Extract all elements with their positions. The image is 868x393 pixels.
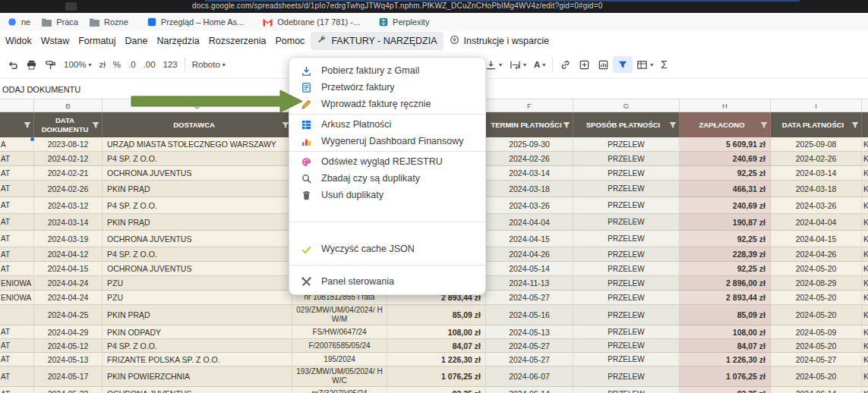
cell-dostawca[interactable]: FRIZANTE POLSKA SP. Z O.O. xyxy=(103,353,292,366)
menu-option-edit[interactable]: Wprowadź fakturę ręcznie xyxy=(289,96,485,112)
cell-termin[interactable]: 2024-05-27 xyxy=(486,339,573,353)
cell-zaplacono[interactable]: 2 896,00 zł xyxy=(680,276,771,291)
cell-j[interactable]: K xyxy=(862,197,868,214)
cell-termin[interactable]: 2024-05-13 xyxy=(486,325,573,339)
cell-date[interactable]: 2024-03-14 xyxy=(34,214,103,231)
cell-sposob[interactable]: PRZELEW xyxy=(573,305,680,325)
cell-termin[interactable]: 2024-03-18 xyxy=(486,181,573,197)
header-termin-platnosci[interactable]: TERMIN PŁATNOŚCI xyxy=(486,112,573,137)
currency-format-button[interactable]: zł xyxy=(95,60,109,69)
header-dostawca[interactable]: DOSTAWCA xyxy=(103,112,292,137)
cell-date[interactable]: 2024-03-19 xyxy=(34,231,103,247)
bookmark-item[interactable]: Praca xyxy=(36,16,84,29)
cell-dostawca[interactable]: PKIN PRĄD xyxy=(103,181,292,197)
header-data-dokumentu[interactable]: DATA DOKUMENTU xyxy=(34,112,103,137)
cell-zaplacono[interactable]: 85,09 zł xyxy=(680,305,771,325)
cell-a[interactable]: AT xyxy=(0,262,34,276)
menu-option-clean[interactable]: Wyczyść cache JSON xyxy=(289,241,485,257)
cell-zaplacono[interactable]: 2 893,44 zł xyxy=(680,291,771,305)
number-format-button[interactable]: 123 xyxy=(159,60,181,69)
cell-date[interactable]: 2024-03-12 xyxy=(34,197,103,214)
cell-date[interactable]: 2024-05-13 xyxy=(34,353,103,366)
header-sposob-platnosci[interactable]: SPOSÓB PŁATNOŚCI xyxy=(573,112,680,137)
cell-date[interactable]: 2024-04-29 xyxy=(34,325,103,339)
cell-date[interactable]: 2024-02-21 xyxy=(34,166,103,181)
cell-zaplacono[interactable]: 108,00 zł xyxy=(680,325,771,339)
cell-zaplacono[interactable]: 240,69 zł xyxy=(680,152,771,166)
column-letter[interactable] xyxy=(862,99,868,112)
cell-j[interactable]: K xyxy=(862,366,868,387)
insert-chart-icon[interactable] xyxy=(594,59,613,71)
cell-a[interactable]: AT xyxy=(0,181,34,197)
cell-termin[interactable]: 2024-05-14 xyxy=(486,262,573,276)
cell-j[interactable]: K xyxy=(862,325,868,339)
cell-j[interactable]: K xyxy=(862,339,868,353)
cell-termin[interactable]: 2024-06-07 xyxy=(486,366,573,387)
column-letter[interactable]: I xyxy=(771,99,862,112)
cell-dostawca[interactable]: URZĄD MIASTA STOŁECZNEGO WARSZAWY xyxy=(103,137,292,152)
cell-dostawca[interactable]: OCHRONA JUVENTUS xyxy=(103,387,292,393)
column-letter[interactable]: B xyxy=(34,99,103,112)
cell-dostawca[interactable]: OCHRONA JUVENTUS xyxy=(103,166,292,181)
cell-dostawca[interactable]: PKIN PRĄD xyxy=(103,305,292,325)
percent-format-button[interactable]: % xyxy=(109,60,125,69)
cell-j[interactable]: K xyxy=(862,166,868,181)
cell-a[interactable]: AT xyxy=(0,231,34,247)
filter-toggle-active[interactable] xyxy=(613,56,633,73)
increase-decimal-button[interactable]: .00 xyxy=(140,60,159,69)
cell-a[interactable]: AT xyxy=(0,366,34,387)
bookmark-item[interactable]: Rozne xyxy=(84,16,134,29)
cell-a[interactable]: AT xyxy=(0,214,34,231)
menu-faktury-narzedzia[interactable]: FAKTURY - NARZĘDZIA xyxy=(311,32,443,50)
text-wrap-button[interactable]: ▾ xyxy=(506,59,530,71)
cell-zaplacono[interactable]: 228,39 zł xyxy=(680,247,771,262)
cell-zaplacono[interactable]: 240,69 zł xyxy=(680,197,771,214)
cell-data_platnosci[interactable]: 2024-06-14 xyxy=(771,387,862,393)
menu-pomoc[interactable]: Pomoc xyxy=(270,33,309,49)
cell-nr[interactable]: FS/HW/0647/24 xyxy=(292,325,387,339)
cell-dostawca[interactable]: OCHRONA JUVENTUS xyxy=(103,262,292,276)
cell-termin[interactable]: 2024-04-15 xyxy=(486,231,573,247)
cell-dostawca[interactable]: P4 SP. Z O.O. xyxy=(103,197,292,214)
cell-data_platnosci[interactable]: 2024-04-15 xyxy=(771,231,862,247)
cell-a[interactable]: AT xyxy=(0,247,34,262)
filter-funnel-icon[interactable] xyxy=(563,121,570,129)
menu-formatuj[interactable]: Formatuj xyxy=(74,33,120,49)
menu-narzędzia[interactable]: Narzędzia xyxy=(152,33,204,49)
cell-a[interactable]: AT xyxy=(0,339,34,353)
cell-j[interactable]: K xyxy=(862,387,868,393)
cell-kwota[interactable]: 85,09 zł xyxy=(387,305,486,325)
cell-termin[interactable]: 2025-09-30 xyxy=(486,137,573,152)
cell-date[interactable]: 2023-08-12 xyxy=(34,137,103,152)
bookmark-item[interactable]: Przegląd – Home As... xyxy=(141,15,249,29)
cell-data_platnosci[interactable]: 2024-04-26 xyxy=(771,247,862,262)
cell-sposob[interactable]: PRZELEW xyxy=(573,262,680,276)
cell-zaplacono[interactable]: 92,25 zł xyxy=(680,231,771,247)
cell-sposob[interactable]: PRZELEW xyxy=(573,197,680,214)
cell-date[interactable]: 2024-05-22 xyxy=(34,387,103,393)
cell-a[interactable]: AT xyxy=(0,325,34,339)
cell-sposob[interactable]: PRZELEW xyxy=(573,339,680,353)
cell-data_platnosci[interactable]: 2024-05-27 xyxy=(771,353,862,366)
cell-zaplacono[interactable]: 92,25 zł xyxy=(680,166,771,181)
cell-data_platnosci[interactable]: 2024-04-04 xyxy=(771,214,862,231)
cell-date[interactable]: 2024-04-24 xyxy=(34,276,103,291)
cell-data_platnosci[interactable]: 2024-08-29 xyxy=(771,276,862,291)
filter-views-button[interactable]: ▾ xyxy=(633,59,657,71)
menu-wstaw[interactable]: Wstaw xyxy=(36,33,74,49)
cell-date[interactable]: 2024-05-12 xyxy=(34,339,103,353)
address-bar-url[interactable]: docs.google.com/spreadsheets/d/1pIo7edrg… xyxy=(192,2,602,10)
menu-option-search[interactable]: Zbadaj czy są duplikaty xyxy=(289,170,485,187)
cell-nr[interactable]: 029/ZMW/UM/04/2024/ HW/M xyxy=(292,305,387,325)
filter-funnel-icon[interactable] xyxy=(92,121,99,129)
cell-sposob[interactable]: PRZELEW xyxy=(573,247,680,262)
cell-a[interactable]: AT xyxy=(0,387,34,393)
print-icon[interactable] xyxy=(22,59,41,71)
cell-termin[interactable]: 2024-04-04 xyxy=(486,214,573,231)
cell-data_platnosci[interactable]: 2025-09-08 xyxy=(771,137,862,152)
cell-zaplacono[interactable]: 5 609,91 zł xyxy=(680,137,771,152)
cell-dostawca[interactable]: PKIN ODPADY xyxy=(103,325,292,339)
cell-a[interactable]: ENIOWA xyxy=(0,291,34,305)
cell-sposob[interactable]: PRZELEW xyxy=(573,366,680,387)
column-letter[interactable] xyxy=(0,99,34,112)
